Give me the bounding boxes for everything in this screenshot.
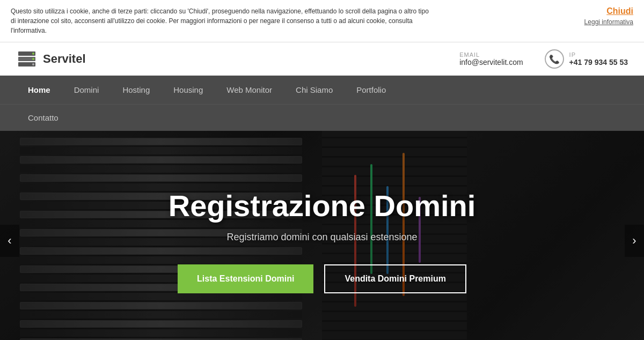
vendita-domini-button[interactable]: Vendita Domini Premium <box>324 264 466 293</box>
contact-phone-block: 📞 IP +41 79 934 55 53 <box>545 49 628 69</box>
phone-details: IP +41 79 934 55 53 <box>569 51 628 66</box>
cookie-leggi-link[interactable]: Leggi informativa <box>584 18 633 26</box>
nav-item-home[interactable]: Home <box>16 76 62 104</box>
nav-list2: Contatto <box>16 105 628 131</box>
nav-link-domini[interactable]: Domini <box>62 76 111 104</box>
hero-section: Registrazione Domini Registriamo domini … <box>0 131 644 340</box>
email-value: info@servitelit.com <box>459 58 523 66</box>
phone-icon: 📞 <box>545 49 564 69</box>
logo-icon <box>16 48 38 70</box>
nav-item-webmonitor[interactable]: Web Monitor <box>215 76 284 104</box>
svg-point-4 <box>32 58 34 60</box>
email-label: EMAIL <box>459 51 523 58</box>
nav-item-chisiamo[interactable]: Chi Siamo <box>284 76 345 104</box>
nav-item-hosting[interactable]: Hosting <box>111 76 162 104</box>
nav-list: Home Domini Hosting Housing Web Monitor … <box>16 76 628 104</box>
cookie-banner: Questo sito utilizza i cookie, anche di … <box>0 0 644 42</box>
svg-point-3 <box>32 53 34 55</box>
header-contact: EMAIL info@servitelit.com 📞 IP +41 79 93… <box>459 49 628 69</box>
cookie-text: Questo sito utilizza i cookie, anche di … <box>11 6 429 35</box>
carousel-next-button[interactable]: › <box>625 225 644 257</box>
contact-email-block: EMAIL info@servitelit.com <box>459 51 523 66</box>
secondary-navbar: Contatto <box>0 104 644 131</box>
phone-label: IP <box>569 51 628 58</box>
nav-link-portfolio[interactable]: Portfolio <box>345 76 398 104</box>
cookie-close-button[interactable]: Chiudi <box>606 6 633 16</box>
main-navbar: Home Domini Hosting Housing Web Monitor … <box>0 76 644 104</box>
nav-item-domini[interactable]: Domini <box>62 76 111 104</box>
hero-content: Registrazione Domini Registriamo domini … <box>64 188 580 293</box>
hero-subtitle: Registriamo domini con qualsiasi estensi… <box>64 232 580 243</box>
hero-buttons: Lista Estensioni Domini Vendita Domini P… <box>64 264 580 293</box>
nav-link-webmonitor[interactable]: Web Monitor <box>215 76 284 104</box>
nav-item-contatto[interactable]: Contatto <box>16 105 70 131</box>
nav-link-chisiamo[interactable]: Chi Siamo <box>284 76 345 104</box>
nav-link-home[interactable]: Home <box>16 76 62 104</box>
lista-estensioni-button[interactable]: Lista Estensioni Domini <box>178 264 313 293</box>
site-header: Servitel EMAIL info@servitelit.com 📞 IP … <box>0 43 644 76</box>
logo: Servitel <box>16 48 86 70</box>
nav-link-contatto[interactable]: Contatto <box>16 105 70 131</box>
hero-title: Registrazione Domini <box>64 188 580 223</box>
carousel-prev-button[interactable]: ‹ <box>0 225 19 257</box>
nav-link-hosting[interactable]: Hosting <box>111 76 162 104</box>
logo-text: Servitel <box>43 52 86 66</box>
cookie-actions: Chiudi Leggi informativa <box>584 6 633 26</box>
nav-item-housing[interactable]: Housing <box>162 76 215 104</box>
svg-point-5 <box>32 63 34 65</box>
phone-number: +41 79 934 55 53 <box>569 58 628 66</box>
nav-link-housing[interactable]: Housing <box>162 76 215 104</box>
nav-item-portfolio[interactable]: Portfolio <box>345 76 398 104</box>
